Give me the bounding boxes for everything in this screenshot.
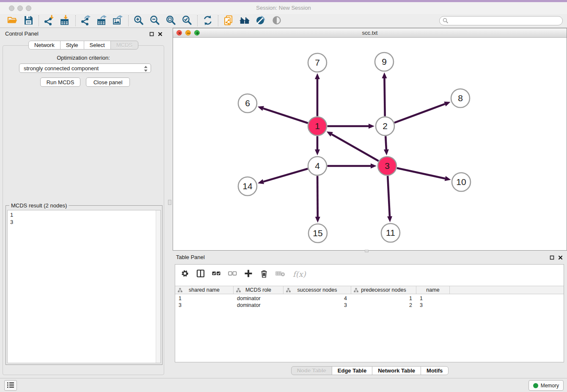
zoom-in-button[interactable]: [131, 14, 147, 27]
criterion-dropdown[interactable]: strongly connected component: [19, 63, 151, 73]
graph-edge-1-4[interactable]: [315, 136, 320, 156]
close-panel-icon[interactable]: [158, 31, 162, 38]
open-session-button[interactable]: [4, 14, 20, 27]
tab-node-table[interactable]: Node Table: [291, 366, 332, 375]
import-table-button[interactable]: [57, 14, 73, 27]
float-panel-icon[interactable]: [149, 31, 154, 38]
close-panel-button[interactable]: Close panel: [86, 77, 130, 87]
task-history-button[interactable]: [4, 380, 17, 391]
graph-node-3[interactable]: 3: [378, 157, 396, 175]
splitter-grip[interactable]: [168, 200, 171, 205]
graph-node-4[interactable]: 4: [308, 157, 327, 175]
tab-edge-table[interactable]: Edge Table: [332, 366, 372, 375]
zoom-fit-button[interactable]: [163, 14, 179, 27]
graph-node-1[interactable]: 1: [308, 117, 327, 135]
column-header-shared-name[interactable]: shared name: [175, 286, 234, 294]
graph-node-9[interactable]: 9: [375, 52, 394, 71]
graph-node-label: 1: [315, 121, 320, 131]
save-session-icon: [23, 15, 34, 27]
horizontal-splitter-grip[interactable]: [365, 250, 369, 252]
eye-button[interactable]: [269, 14, 285, 27]
table-row[interactable]: 1dominator411: [175, 295, 564, 302]
toolbar-separator: [128, 15, 129, 26]
graph-node-label: 8: [458, 93, 463, 103]
zoom-selected-icon: [182, 15, 193, 27]
save-session-button[interactable]: [20, 14, 36, 27]
export-image-button[interactable]: [110, 14, 126, 27]
graph-edge-3-10[interactable]: [397, 168, 451, 181]
column-header-predecessor-nodes[interactable]: predecessor nodes: [351, 286, 416, 294]
column-header-successor-nodes[interactable]: successor nodes: [284, 286, 351, 294]
close-table-panel-icon[interactable]: [558, 255, 563, 261]
refresh-button[interactable]: [200, 14, 216, 27]
gear-button[interactable]: [181, 269, 189, 279]
split-columns-button[interactable]: [196, 269, 205, 279]
graph-edge-1-7[interactable]: [315, 73, 320, 116]
tab-network[interactable]: Network: [28, 41, 61, 50]
graph-node-8[interactable]: 8: [451, 89, 470, 108]
result-scrollbar[interactable]: [156, 210, 160, 363]
network-graph[interactable]: 7968124314101511: [173, 38, 567, 250]
tab-mcds[interactable]: MCDS: [110, 41, 138, 50]
graph-edge-4-14[interactable]: [258, 169, 308, 184]
column-header-name[interactable]: name: [416, 286, 450, 294]
table-cell: 3: [416, 302, 450, 309]
column-header-MCDS-role[interactable]: MCDS role: [234, 286, 284, 294]
graph-node-label: 2: [383, 121, 388, 131]
graph-node-14[interactable]: 14: [238, 177, 257, 196]
dropdown-stepper-icon: [144, 66, 148, 73]
graph-edge-2-8[interactable]: [394, 102, 451, 123]
graph-node-10[interactable]: 10: [452, 173, 471, 191]
mcds-result-group: MCDS result (2 nodes) 13: [6, 205, 162, 365]
toolbar-separator: [75, 15, 76, 26]
graph-edge-4-15[interactable]: [315, 176, 320, 223]
graph-edge-2-9[interactable]: [382, 72, 387, 116]
run-mcds-button[interactable]: Run MCDS: [40, 77, 80, 87]
eye-icon: [271, 15, 282, 27]
hierarchy-icon: [236, 288, 241, 294]
graph-node-15[interactable]: 15: [308, 224, 327, 243]
tab-style[interactable]: Style: [60, 41, 84, 50]
delete-button[interactable]: [260, 269, 268, 279]
two-homes-button[interactable]: [237, 14, 253, 27]
zoom-out-button[interactable]: [147, 14, 163, 27]
zoom-selected-button[interactable]: [179, 14, 195, 27]
split-columns-icon: [196, 269, 205, 279]
export-network-button[interactable]: [78, 14, 94, 27]
delete-table-button: [275, 269, 286, 279]
two-homes-icon: [239, 15, 250, 27]
graph-edge-3-11[interactable]: [387, 176, 392, 222]
float-table-panel-icon[interactable]: [550, 255, 554, 261]
select-all-button[interactable]: [212, 269, 221, 279]
toolbar-separator: [197, 15, 198, 26]
export-table-button[interactable]: [94, 14, 110, 27]
table-cell: dominator: [234, 295, 284, 302]
memory-button[interactable]: Memory: [528, 380, 564, 391]
style-button[interactable]: [253, 14, 269, 27]
import-table-icon: [60, 15, 71, 27]
graph-node-2[interactable]: 2: [376, 117, 394, 135]
graph-edge-1-2[interactable]: [328, 124, 375, 129]
tab-network-table[interactable]: Network Table: [372, 366, 421, 375]
graph-edge-3-1[interactable]: [327, 131, 379, 161]
tab-select[interactable]: Select: [84, 41, 111, 50]
graph-edge-4-3[interactable]: [328, 163, 377, 168]
network-window-titlebar[interactable]: scc.txt: [173, 28, 567, 38]
import-network-button[interactable]: [41, 14, 57, 27]
search-input[interactable]: [439, 16, 563, 25]
tab-motifs[interactable]: Motifs: [421, 366, 449, 375]
graph-edge-1-6[interactable]: [258, 106, 308, 123]
mcds-result-textarea[interactable]: 13: [7, 210, 161, 363]
vertical-splitter[interactable]: [167, 28, 173, 378]
add-button[interactable]: [244, 269, 253, 279]
main-toolbar: [0, 14, 567, 28]
table-row[interactable]: 3dominator323: [175, 302, 564, 309]
deselect-all-button[interactable]: [228, 269, 237, 279]
deselect-all-icon: [228, 269, 237, 279]
control-panel: Control Panel NetworkStyleSelectMCDS Opt…: [0, 28, 167, 378]
graph-node-6[interactable]: 6: [238, 94, 257, 113]
graph-edge-2-3[interactable]: [384, 136, 389, 155]
duplicate-network-button[interactable]: [220, 14, 237, 27]
graph-node-11[interactable]: 11: [381, 224, 400, 242]
graph-node-7[interactable]: 7: [308, 53, 327, 72]
